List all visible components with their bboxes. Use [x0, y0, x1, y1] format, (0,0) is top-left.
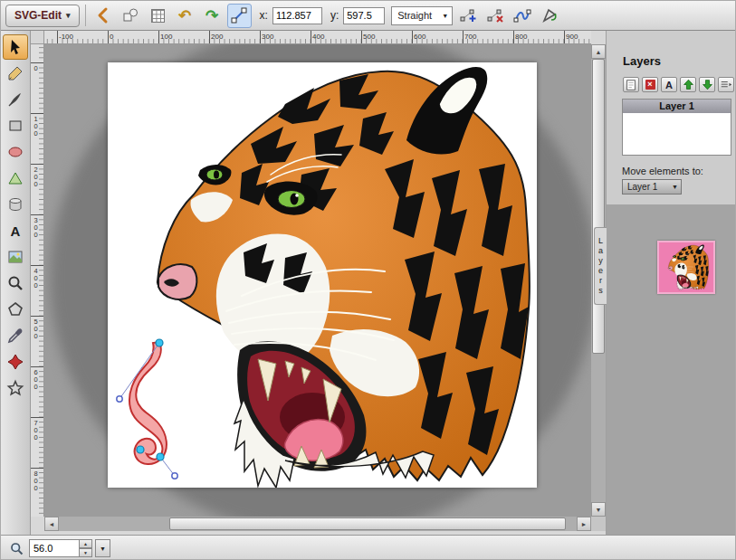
delete-node-button[interactable]	[483, 4, 507, 28]
ruler-corner	[31, 31, 44, 44]
layers-side-tab[interactable]: Layers	[594, 227, 607, 305]
polygon-tool[interactable]	[3, 297, 28, 322]
redo-button[interactable]: ↷	[200, 4, 225, 28]
edited-path[interactable]	[129, 342, 167, 464]
horizontal-scroll-thumb[interactable]	[169, 517, 566, 530]
drawing-canvas[interactable]	[108, 62, 537, 488]
layers-panel-lower	[607, 204, 736, 535]
move-elements-select[interactable]: Layer 1 ▼	[622, 179, 682, 195]
scroll-down-button[interactable]: ▼	[591, 502, 606, 517]
undo-button[interactable]: ↶	[173, 4, 197, 28]
link-control-points-toggle[interactable]	[227, 4, 252, 28]
segment-type-value: Straight	[397, 10, 432, 21]
image-tool[interactable]	[3, 244, 28, 270]
layers-panel-title: Layers	[623, 54, 736, 68]
tool-palette: A	[1, 31, 31, 535]
rename-layer-button[interactable]: A	[661, 77, 677, 92]
redo-icon: ↷	[206, 8, 218, 24]
ellipse-tool[interactable]	[3, 139, 28, 165]
top-ruler: -10001002003004005006007008009001000	[44, 31, 591, 44]
line-tool[interactable]	[3, 87, 28, 112]
segment-type-select[interactable]: Straight ▼	[391, 6, 453, 25]
layer-down-button[interactable]	[699, 77, 715, 92]
grid-icon	[151, 9, 165, 23]
shapelib-tool[interactable]	[3, 192, 28, 217]
layer-list-empty-area	[623, 113, 731, 155]
link-control-points-icon	[230, 6, 248, 24]
delete-node-icon	[486, 6, 504, 24]
zoom-increase-button[interactable]: ▲	[80, 539, 92, 548]
star-icon	[6, 379, 24, 397]
shapes-icon	[121, 6, 139, 24]
path-node-point[interactable]	[157, 453, 164, 460]
open-path-icon	[513, 6, 531, 24]
zoom-decrease-button[interactable]: ▼	[80, 548, 92, 557]
zoom-tool[interactable]	[3, 271, 28, 296]
shape-library-button[interactable]	[119, 4, 143, 28]
import-icon	[94, 6, 112, 24]
pencil-tool[interactable]	[3, 61, 28, 86]
scroll-right-button[interactable]: ►	[577, 517, 591, 531]
zoom-magnifier-icon	[9, 541, 24, 556]
path-tool[interactable]	[3, 166, 28, 191]
reorient-path-icon	[540, 6, 559, 24]
zoom-level-input[interactable]	[29, 539, 80, 557]
control-handle-point[interactable]	[117, 396, 122, 402]
spinner-down-icon: ▼	[83, 550, 88, 555]
triangle-icon	[6, 169, 24, 187]
rectangle-icon	[6, 117, 24, 135]
zoom-preset-dropdown[interactable]: ▼	[95, 539, 110, 557]
select-tool[interactable]	[3, 34, 28, 60]
select-caret-icon: ▼	[442, 13, 448, 19]
document-thumbnail[interactable]	[657, 241, 715, 294]
zoom-spinner: ▲ ▼	[80, 539, 92, 557]
y-coordinate-input[interactable]	[343, 7, 385, 24]
scrollbar-corner	[591, 517, 606, 531]
scroll-left-icon: ◄	[49, 521, 55, 527]
path-edit-overlay	[108, 62, 537, 488]
main-menu-button[interactable]: SVG-Edit ▾	[5, 5, 80, 27]
cylinder-icon	[6, 195, 24, 214]
import-image-button[interactable]	[91, 4, 116, 28]
image-icon	[6, 248, 24, 266]
path-node-point[interactable]	[137, 446, 144, 453]
new-layer-button[interactable]	[623, 77, 639, 92]
toolbar-divider	[85, 5, 86, 26]
eyedropper-tool[interactable]	[3, 323, 28, 348]
menu-caret-icon: ▾	[66, 11, 71, 20]
main-toolbar: SVG-Edit ▾ ↶ ↷	[1, 1, 736, 31]
layer-up-icon	[683, 79, 694, 90]
open-path-button[interactable]	[510, 4, 534, 28]
scroll-up-icon: ▲	[596, 49, 602, 55]
layer-down-icon	[702, 79, 713, 90]
new-layer-icon	[625, 79, 637, 91]
scroll-up-button[interactable]: ▲	[591, 44, 606, 59]
x-coordinate-input[interactable]	[272, 7, 322, 24]
scroll-left-button[interactable]: ◄	[44, 517, 59, 531]
layer-up-button[interactable]	[680, 77, 696, 92]
star-tool[interactable]	[3, 375, 28, 401]
grid-view-button[interactable]	[146, 4, 170, 28]
zoom-control: ▲ ▼ ▼	[9, 539, 110, 557]
control-handle-point[interactable]	[172, 473, 177, 479]
thumbnail-tiger	[661, 244, 712, 290]
add-node-button[interactable]	[455, 4, 480, 28]
scroll-down-icon: ▼	[596, 507, 602, 513]
ellipse-icon	[6, 143, 24, 161]
reorient-path-button[interactable]	[537, 4, 561, 28]
layer-more-button[interactable]	[718, 77, 734, 92]
text-tool[interactable]: A	[3, 218, 28, 243]
add-node-icon	[459, 6, 477, 24]
layer-row-selected[interactable]: Layer 1	[623, 100, 731, 113]
vertical-scroll-thumb[interactable]	[592, 59, 605, 354]
gradient-tool[interactable]	[3, 349, 28, 375]
rect-tool[interactable]	[3, 113, 28, 138]
layer-list: Layer 1	[622, 99, 731, 156]
select-caret-icon: ▼	[672, 184, 678, 190]
delete-layer-button[interactable]: ×	[642, 77, 658, 92]
left-ruler: 0100200300400500600700800	[31, 44, 44, 517]
workspace	[44, 44, 591, 517]
magnifier-icon	[6, 274, 24, 292]
dropdown-caret-icon: ▼	[100, 546, 106, 552]
path-node-point[interactable]	[156, 339, 163, 346]
